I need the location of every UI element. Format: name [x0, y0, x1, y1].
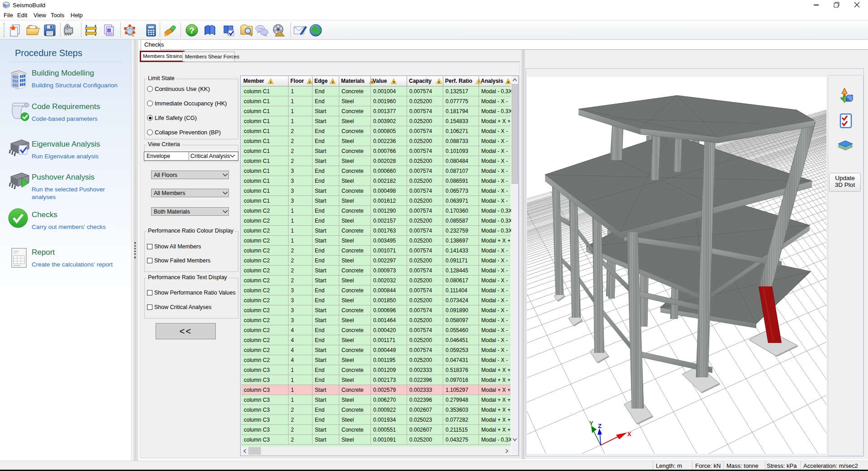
svg-text:1: 1 [270, 80, 272, 84]
svg-text:Z: Z [598, 423, 602, 429]
svg-text:X: X [627, 431, 631, 438]
svg-text:3: 3 [332, 80, 334, 84]
svg-text:8: 8 [507, 80, 509, 84]
svg-text:6: 6 [438, 80, 440, 84]
svg-text:Y: Y [589, 420, 593, 427]
svg-text:2: 2 [308, 80, 311, 84]
svg-text:?: ? [189, 26, 194, 35]
svg-text:5: 5 [393, 80, 395, 84]
